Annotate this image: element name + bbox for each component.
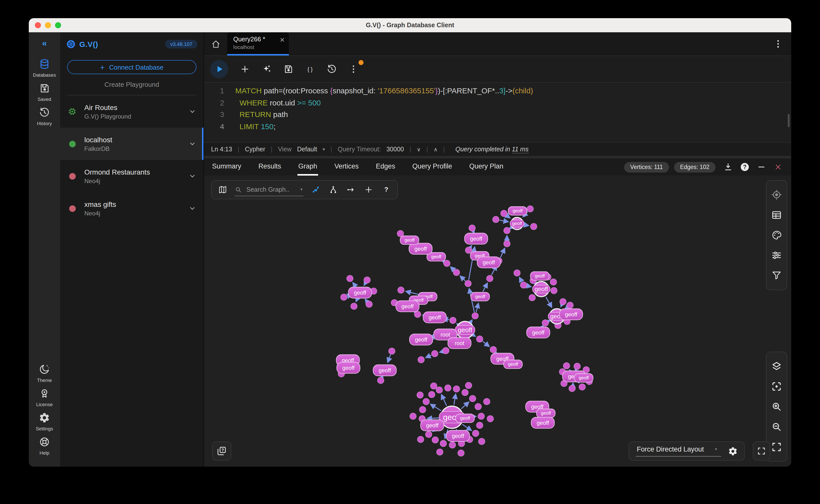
editor-line[interactable]: 3 RETURN path <box>204 108 791 120</box>
rail-item-history[interactable]: History <box>33 107 56 126</box>
graph-fullscreen-button[interactable] <box>753 441 770 461</box>
home-button[interactable] <box>204 32 227 55</box>
graph-node-process[interactable]: geoff <box>533 282 550 297</box>
rail-item-databases[interactable]: Databases <box>33 59 56 78</box>
graph-node-process[interactable]: geoff <box>455 321 475 339</box>
results-tab-results[interactable]: Results <box>258 158 282 176</box>
graph-legend-button[interactable]: ? <box>212 441 231 461</box>
graph-node-dot[interactable] <box>529 294 535 301</box>
results-tab-query-profile[interactable]: Query Profile <box>411 158 453 176</box>
graph-node-dot[interactable] <box>436 387 443 393</box>
graph-node-dot[interactable] <box>563 362 570 369</box>
graph-node-pill[interactable]: geoff <box>409 243 432 254</box>
vertices-count-badge[interactable]: Vertices: 111 <box>624 162 669 172</box>
graph-visualization[interactable]: geoffgeoffgeoffgeoffgeoffgeoffgeoffgeoff… <box>204 176 791 467</box>
collapse-editor-icon[interactable]: ∨ <box>417 146 421 153</box>
rail-item-help[interactable]: Help <box>36 436 53 456</box>
graph-node-dot[interactable] <box>418 356 424 363</box>
graph-node-dot[interactable] <box>347 275 353 282</box>
graph-node-dot[interactable] <box>450 317 456 324</box>
create-playground-button[interactable]: Create Playground <box>60 81 203 88</box>
minimap-icon[interactable] <box>218 185 227 194</box>
editor-scrollbar[interactable] <box>788 114 790 127</box>
chevron-down-icon[interactable] <box>188 107 196 116</box>
graph-node-dot[interactable] <box>436 449 443 455</box>
rail-item-settings[interactable]: Settings <box>36 412 53 431</box>
graph-node-pill[interactable]: geoff <box>531 417 554 428</box>
chevron-down-icon[interactable] <box>188 204 196 212</box>
graph-node-pill[interactable]: geoff <box>471 292 489 301</box>
graph-search-input[interactable] <box>246 185 291 193</box>
zoom-window-button[interactable] <box>55 22 61 28</box>
results-tab-summary[interactable]: Summary <box>211 158 243 176</box>
chevron-down-icon[interactable] <box>188 172 196 180</box>
graph-node-dot[interactable] <box>444 260 450 267</box>
results-tab-vertices[interactable]: Vertices <box>334 158 360 176</box>
results-tab-graph[interactable]: Graph <box>297 158 318 176</box>
graph-node-pill[interactable]: geoff <box>530 272 549 280</box>
graph-node-dot[interactable] <box>398 287 404 293</box>
collapse-sidebar-button[interactable]: « <box>42 38 47 48</box>
graph-node-dot[interactable] <box>377 377 384 384</box>
graph-node-dot[interactable] <box>364 277 370 283</box>
graph-node-dot[interactable] <box>458 450 464 456</box>
graph-node-dot[interactable] <box>478 438 485 445</box>
minimize-results-icon[interactable] <box>757 162 766 172</box>
graph-node-dot[interactable] <box>487 415 493 422</box>
graph-node-dot[interactable] <box>453 269 460 276</box>
graph-node-dot[interactable] <box>430 383 437 389</box>
graph-node-pill[interactable]: geoff <box>396 301 419 312</box>
graph-node-pill[interactable]: geoff <box>456 414 474 423</box>
graph-node-dot[interactable] <box>469 395 476 402</box>
layout-settings-icon[interactable] <box>728 446 738 456</box>
hierarchy-icon[interactable] <box>329 185 338 194</box>
graph-node-pill[interactable]: geoff <box>536 409 555 417</box>
zoom-out-icon[interactable] <box>771 421 782 432</box>
graph-node-pill[interactable]: geoff <box>446 430 470 441</box>
graph-node-dot[interactable] <box>504 240 510 247</box>
layers-icon[interactable] <box>771 361 782 372</box>
braces-icon[interactable]: { } <box>305 64 315 74</box>
graph-node-dot[interactable] <box>475 403 481 410</box>
graph-node-dot[interactable] <box>527 206 533 212</box>
graph-node-dot[interactable] <box>472 313 478 319</box>
query-tab[interactable]: Query266 * localhost <box>227 32 289 55</box>
graph-node-dot[interactable] <box>560 298 566 305</box>
sparkle-icon[interactable] <box>262 64 272 74</box>
graph-node-pill[interactable]: geoff <box>559 309 583 320</box>
connection-item[interactable]: Ormond RestaurantsNeo4j <box>60 160 203 192</box>
query-language[interactable]: Cypher <box>245 146 265 153</box>
graph-node-dot[interactable] <box>432 437 439 443</box>
graph-node-dot[interactable] <box>417 436 424 443</box>
plus-icon[interactable] <box>240 64 250 74</box>
graph-node-dot[interactable] <box>478 413 484 419</box>
close-results-icon[interactable] <box>774 163 782 171</box>
close-window-button[interactable] <box>35 22 41 28</box>
graph-node-pill[interactable]: geoff <box>464 233 488 244</box>
graph-node-dot[interactable] <box>465 382 472 389</box>
edges-count-badge[interactable]: Edges: 102 <box>674 162 716 172</box>
view-select[interactable]: Default <box>297 146 317 153</box>
graph-node-pill[interactable]: geoff <box>421 420 444 431</box>
graph-node-process[interactable]: geoff <box>510 217 524 230</box>
graph-node-pill[interactable]: geoff <box>477 257 500 268</box>
graph-node-dot[interactable] <box>389 348 395 354</box>
help-icon[interactable]: ? <box>741 163 749 171</box>
graph-node-dot[interactable] <box>569 385 575 392</box>
plus-icon[interactable] <box>364 185 373 194</box>
graph-node-dot[interactable] <box>520 282 527 288</box>
focus-icon[interactable] <box>771 381 782 392</box>
span-icon[interactable] <box>346 185 356 194</box>
editor-line[interactable]: 1MATCH path=(root:Process {snapshot_id: … <box>204 85 791 97</box>
download-results-icon[interactable] <box>724 162 733 172</box>
graph-node-dot[interactable] <box>453 386 460 392</box>
graph-node-dot[interactable] <box>419 406 426 413</box>
results-tab-edges[interactable]: Edges <box>375 158 396 176</box>
graph-node-dot[interactable] <box>542 320 548 326</box>
graph-node-dot[interactable] <box>469 225 475 231</box>
connection-item[interactable]: Air RoutesG.V() Playground <box>60 95 203 128</box>
tab-strip-menu-icon[interactable] <box>773 39 783 49</box>
layout-select[interactable]: Force Directed Layout ▾ <box>636 445 721 457</box>
graph-node-dot[interactable] <box>486 275 493 282</box>
connection-item[interactable]: xmas giftsNeo4j <box>60 192 203 225</box>
